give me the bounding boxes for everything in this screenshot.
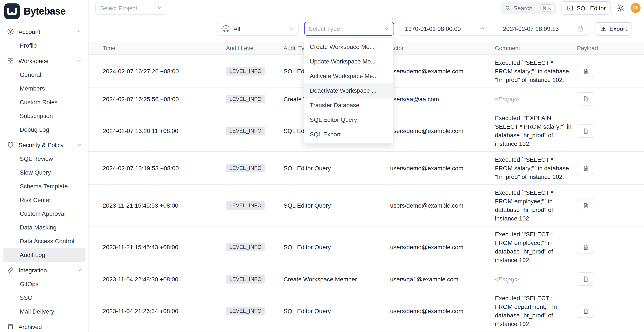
group-label: Archived xyxy=(18,323,42,330)
sidebar-item-profile[interactable]: Profile xyxy=(2,39,86,52)
level-badge: LEVEL_INFO xyxy=(226,67,265,75)
cell-payload xyxy=(577,272,644,286)
table-row: 2023-11-04 22:48:30 +08:00 LEVEL_INFO Cr… xyxy=(88,268,644,290)
type-select-placeholder: Select Type xyxy=(309,25,340,32)
document-icon xyxy=(582,308,589,314)
cell-audit-type: SQL Editor Query xyxy=(284,308,390,315)
type-dropdown-menu: Create Workspace Me... Update Workspace … xyxy=(304,37,394,144)
payload-button[interactable] xyxy=(577,124,594,138)
cell-payload xyxy=(577,92,644,106)
workspace-grid-icon xyxy=(7,57,14,64)
type-filter-select[interactable]: Select Type Create Workspace Me... Updat… xyxy=(304,22,394,36)
table-row: 2023-11-21 15:45:53 +08:00 LEVEL_INFO SQ… xyxy=(88,185,644,226)
search-input[interactable]: Search ⌘ K xyxy=(501,2,556,14)
cell-audit-level: LEVEL_INFO xyxy=(226,95,284,103)
payload-button[interactable] xyxy=(577,162,594,175)
project-select-label: Select Project xyxy=(100,4,137,11)
cell-time: 2023-11-21 15:45:43 +08:00 xyxy=(88,244,226,251)
sidebar-item-schema-template[interactable]: Schema Template xyxy=(2,179,86,193)
dropdown-option[interactable]: Activate Workspace Me... xyxy=(304,69,393,83)
sidebar-item-sso[interactable]: SSO xyxy=(2,291,86,305)
cell-actor: users/demo@example.com xyxy=(390,127,495,134)
sql-editor-icon xyxy=(567,4,574,11)
filter-row: All Select Type Create Workspace Me... U… xyxy=(88,16,644,42)
sidebar-item-data-access-control[interactable]: Data Access Control xyxy=(2,234,86,248)
sidebar-nav: Account Profile Workspace General Member… xyxy=(0,22,88,332)
sidebar-item-mail-delivery[interactable]: Mail Delivery xyxy=(2,305,86,318)
sidebar-group-workspace[interactable]: Workspace xyxy=(0,54,88,68)
search-icon xyxy=(505,5,511,11)
export-label: Export xyxy=(610,25,627,32)
cell-payload xyxy=(577,124,644,138)
user-filter-value: All xyxy=(234,25,240,32)
cell-comment: <Empty> xyxy=(495,91,577,107)
cell-time: 2023-11-04 22:48:30 +08:00 xyxy=(88,276,226,283)
chevron-down-icon xyxy=(288,26,294,31)
topbar: Select Project Search ⌘ K SQL Editor DE xyxy=(88,0,644,16)
cell-actor: users/aa@aa.com xyxy=(390,95,495,102)
cell-comment: Executed `"SELECT * FROM salary;"` in da… xyxy=(495,55,577,88)
payload-button[interactable] xyxy=(577,92,594,106)
sidebar-item-risk-center[interactable]: Risk Center xyxy=(2,193,86,207)
sidebar-item-members[interactable]: Members xyxy=(2,81,86,95)
column-header-time: Time xyxy=(88,45,226,51)
dropdown-option[interactable]: Update Workspace Me... xyxy=(304,54,393,69)
cell-audit-level: LEVEL_INFO xyxy=(226,243,284,251)
dropdown-option[interactable]: Create Workspace Me... xyxy=(304,39,393,54)
export-button[interactable]: Export xyxy=(595,22,632,35)
payload-button[interactable] xyxy=(577,199,594,212)
user-filter-select[interactable]: All xyxy=(217,22,298,36)
cell-actor: users/qa1@example.com xyxy=(390,276,495,283)
level-badge: LEVEL_INFO xyxy=(226,307,265,315)
bytebase-app: Bytebase Account Profile Workspace Gener… xyxy=(0,0,644,332)
cell-audit-level: LEVEL_INFO xyxy=(226,67,284,75)
dropdown-option[interactable]: SQL Editor Query xyxy=(304,112,393,127)
cell-comment: Executed `"EXPLAIN SELECT * FROM salary;… xyxy=(495,110,577,152)
sidebar-item-general[interactable]: General xyxy=(2,68,86,81)
chevron-down-icon xyxy=(76,29,82,34)
sidebar-item-gitops[interactable]: GitOps xyxy=(2,277,86,291)
cell-time: 2024-02-07 16:27:26 +08:00 xyxy=(88,68,226,75)
sidebar-item-debug-log[interactable]: Debug Log xyxy=(2,123,86,136)
sidebar-item-sql-review[interactable]: SQL Review xyxy=(2,152,86,166)
dropdown-option[interactable]: Transfer Database xyxy=(304,98,393,112)
cell-actor: users/demo@example.com xyxy=(390,68,495,75)
sidebar-group-account[interactable]: Account xyxy=(0,24,88,39)
main-content: Select Project Search ⌘ K SQL Editor DE xyxy=(88,0,644,332)
cell-audit-type: SQL Editor Query xyxy=(284,244,390,251)
sidebar-group-integration[interactable]: Integration xyxy=(0,263,88,277)
group-label: Integration xyxy=(18,267,47,273)
document-icon xyxy=(582,244,589,250)
column-header-payload: Payload xyxy=(577,45,644,51)
payload-button[interactable] xyxy=(577,240,594,254)
payload-button[interactable] xyxy=(577,65,594,78)
sidebar-item-custom-roles[interactable]: Custom Roles xyxy=(2,95,86,109)
sidebar-group-archived[interactable]: Archived xyxy=(0,320,88,332)
bytebase-logo[interactable]: Bytebase xyxy=(0,0,88,22)
sidebar-item-audit-log[interactable]: Audit Log xyxy=(2,248,86,262)
chevron-down-icon xyxy=(384,26,389,31)
cell-payload xyxy=(577,240,644,254)
sidebar-item-data-masking[interactable]: Data Masking xyxy=(2,220,86,234)
sidebar-group-security-policy[interactable]: Security & Policy xyxy=(0,138,88,152)
shield-icon xyxy=(7,141,14,149)
cell-audit-type: Create Workspace Member xyxy=(284,276,390,283)
sql-editor-button[interactable]: SQL Editor xyxy=(562,1,611,14)
cell-payload xyxy=(577,304,644,318)
avatar[interactable]: DE xyxy=(631,3,640,13)
document-icon xyxy=(582,96,589,102)
date-range-picker[interactable]: 1970-01-01 08:00:00 2024-02-07 18:09:13 xyxy=(399,22,589,36)
user-circle-icon xyxy=(7,28,14,35)
gear-icon[interactable] xyxy=(616,4,625,12)
sidebar-item-custom-approval[interactable]: Custom Approval xyxy=(2,207,86,220)
cell-audit-level: LEVEL_INFO xyxy=(226,275,284,283)
sidebar-item-subscription[interactable]: Subscription xyxy=(2,109,86,123)
payload-button[interactable] xyxy=(577,272,594,286)
dropdown-option[interactable]: SQL Export xyxy=(304,127,393,142)
dropdown-option[interactable]: Deactivate Workspace ... xyxy=(304,83,393,98)
payload-button[interactable] xyxy=(577,304,594,318)
topbar-actions: Search ⌘ K SQL Editor DE xyxy=(501,1,640,14)
sidebar-item-slow-query[interactable]: Slow Query xyxy=(2,166,86,179)
column-header-audit-level: Audit Level xyxy=(226,45,284,51)
project-select[interactable]: Select Project xyxy=(96,1,167,14)
